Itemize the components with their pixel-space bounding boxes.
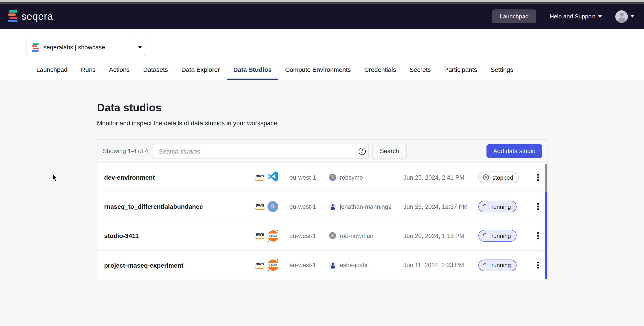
status-badge-running: running bbox=[478, 201, 517, 212]
search-button[interactable]: Search bbox=[372, 143, 407, 159]
user-photo-avatar bbox=[329, 232, 336, 239]
seqera-logo-text: seqera bbox=[22, 11, 53, 22]
row-actions-menu-button[interactable] bbox=[536, 201, 541, 212]
scrollbar-thumb[interactable] bbox=[545, 164, 547, 192]
region-label: eu-west-1 bbox=[290, 174, 329, 181]
search-info-button[interactable]: i bbox=[355, 144, 369, 158]
studio-name[interactable]: project-rnaseq-experiment bbox=[104, 261, 254, 269]
workspace-dropdown-toggle[interactable] bbox=[134, 39, 146, 56]
search-input[interactable] bbox=[153, 144, 355, 158]
username-label: esha-joshi bbox=[340, 262, 367, 268]
help-and-support-label: Help and Support bbox=[550, 13, 595, 20]
status-badge-running: running bbox=[478, 230, 517, 242]
table-row[interactable]: rnaseq_to_differentialabundanceawsReu-we… bbox=[98, 192, 547, 221]
chevron-down-icon bbox=[598, 15, 602, 18]
workspace-selector[interactable]: seqeralabs | showcase bbox=[26, 39, 146, 56]
user-generic-avatar bbox=[329, 261, 336, 269]
created-date: Jun 20, 2024, 1:13 PM bbox=[404, 232, 478, 239]
created-date: Jun 11, 2024, 2:33 PM bbox=[404, 262, 478, 268]
scrollbar-track-highlight bbox=[545, 192, 547, 279]
user-avatar bbox=[615, 10, 628, 23]
seqera-logo-icon bbox=[8, 10, 18, 23]
aws-icon: aws bbox=[254, 174, 266, 181]
chevron-down-icon bbox=[630, 15, 634, 18]
created-by-user: jonathan-manning2 bbox=[329, 203, 404, 210]
row-actions-menu-button[interactable] bbox=[536, 260, 541, 270]
region-label: eu-west-1 bbox=[290, 262, 329, 268]
studio-name[interactable]: studio-3411 bbox=[104, 232, 254, 239]
region-label: eu-west-1 bbox=[290, 203, 329, 210]
table-toolbar: Showing 1-4 of 4 i Search Add data studi… bbox=[98, 140, 547, 163]
status-cell: running bbox=[478, 201, 529, 212]
workspace-name: seqeralabs | showcase bbox=[44, 44, 105, 51]
provider-tool-icons: awsjupyter bbox=[254, 230, 290, 241]
workspace-tabs: LaunchpadRunsActionsDatasetsData Explore… bbox=[30, 62, 520, 80]
username-label: jonathan-manning2 bbox=[340, 203, 392, 210]
table-row[interactable]: studio-3411awsjupytereu-west-1rob-newman… bbox=[98, 221, 547, 250]
main-content: Data studios Monitor and inspect the det… bbox=[0, 80, 644, 326]
help-and-support-menu[interactable]: Help and Support bbox=[550, 13, 602, 20]
chevron-down-icon bbox=[138, 46, 142, 49]
username-label: rob-newman bbox=[340, 232, 374, 239]
status-badge-stopped: stopped bbox=[478, 172, 519, 183]
launchpad-button[interactable]: Launchpad bbox=[492, 10, 536, 23]
workspace-header: seqeralabs | showcase LaunchpadRunsActio… bbox=[0, 29, 644, 80]
table-row[interactable]: dev-environmentawseu-west-1robsymeJun 25… bbox=[98, 163, 547, 192]
row-actions-menu-button[interactable] bbox=[536, 231, 541, 241]
stopped-x-circle-icon bbox=[483, 174, 489, 180]
region-label: eu-west-1 bbox=[290, 232, 329, 239]
provider-tool-icons: awsjupyter bbox=[254, 259, 290, 271]
status-cell: stopped bbox=[478, 172, 529, 183]
tab-participants[interactable]: Participants bbox=[438, 62, 484, 80]
tab-credentials[interactable]: Credentials bbox=[358, 62, 403, 80]
search-box: i bbox=[153, 143, 369, 159]
jupyter-icon: jupyter bbox=[268, 259, 279, 271]
studio-name[interactable]: dev-environment bbox=[104, 174, 254, 181]
created-by-user: esha-joshi bbox=[329, 261, 404, 269]
vscode-icon bbox=[268, 171, 278, 184]
table-row[interactable]: project-rnaseq-experimentawsjupytereu-we… bbox=[98, 250, 547, 280]
provider-tool-icons: aws bbox=[254, 171, 290, 184]
tab-actions[interactable]: Actions bbox=[102, 62, 136, 80]
tab-runs[interactable]: Runs bbox=[74, 62, 102, 80]
status-badge-running: running bbox=[478, 259, 517, 271]
showing-count: Showing 1-4 of 4 bbox=[103, 148, 148, 154]
tab-data-studios[interactable]: Data Studios bbox=[227, 62, 278, 80]
info-icon: i bbox=[358, 148, 366, 155]
aws-icon: aws bbox=[254, 203, 266, 210]
studio-name[interactable]: rnaseq_to_differentialabundance bbox=[104, 203, 254, 210]
spinner-icon bbox=[482, 261, 490, 269]
aws-icon: aws bbox=[254, 232, 266, 239]
user-menu[interactable] bbox=[615, 10, 634, 23]
created-by-user: robsyme bbox=[329, 174, 404, 181]
add-data-studio-button[interactable]: Add data studio bbox=[486, 144, 542, 158]
top-navbar: seqera Launchpad Help and Support bbox=[0, 4, 644, 29]
table-rows: dev-environmentawseu-west-1robsymeJun 25… bbox=[98, 163, 547, 280]
tab-settings[interactable]: Settings bbox=[484, 62, 520, 80]
aws-icon: aws bbox=[254, 261, 266, 269]
mouse-cursor bbox=[52, 173, 58, 182]
browser-chrome-strip bbox=[0, 0, 644, 2]
seqera-logo[interactable]: seqera bbox=[8, 10, 53, 23]
tab-secrets[interactable]: Secrets bbox=[403, 62, 438, 80]
table-scrollbar[interactable] bbox=[545, 163, 547, 280]
page-title: Data studios bbox=[97, 102, 644, 114]
tab-compute-environments[interactable]: Compute Environments bbox=[278, 62, 358, 80]
jupyter-icon: jupyter bbox=[268, 230, 279, 241]
data-studios-table: Showing 1-4 of 4 i Search Add data studi… bbox=[97, 139, 548, 280]
seqera-mark-icon bbox=[32, 43, 39, 52]
browser-chrome-strip-dark bbox=[0, 2, 644, 4]
spinner-icon bbox=[482, 232, 490, 240]
tab-data-explorer[interactable]: Data Explorer bbox=[174, 62, 226, 80]
created-date: Jun 25, 2024, 12:37 PM bbox=[404, 203, 478, 210]
tab-datasets[interactable]: Datasets bbox=[136, 62, 175, 80]
row-actions-menu-button[interactable] bbox=[536, 172, 541, 183]
tab-launchpad[interactable]: Launchpad bbox=[30, 62, 74, 80]
username-label: robsyme bbox=[340, 174, 363, 181]
page-subtitle: Monitor and inspect the details of data … bbox=[97, 119, 644, 127]
provider-tool-icons: awsR bbox=[254, 201, 290, 212]
spinner-icon bbox=[482, 203, 490, 210]
rstudio-icon: R bbox=[268, 201, 278, 212]
created-date: Jun 25, 2024, 2:41 PM bbox=[404, 174, 478, 181]
status-cell: running bbox=[478, 259, 529, 271]
